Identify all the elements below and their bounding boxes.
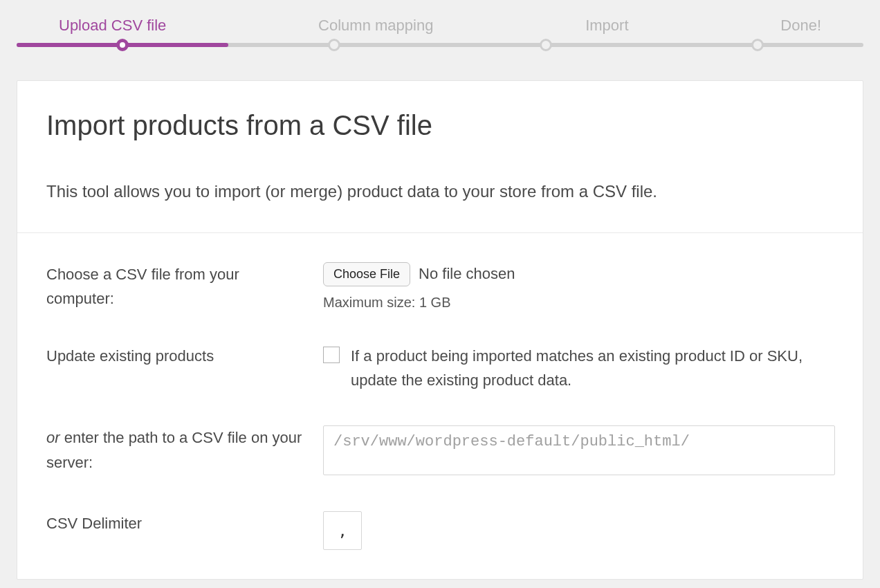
path-label-col: or enter the path to a CSV file on your … [46,425,323,478]
step-done[interactable]: Done! [780,17,821,35]
update-label-col: Update existing products [46,344,323,392]
choose-file-button[interactable]: Choose File [323,262,410,286]
step-import[interactable]: Import [585,17,628,35]
progress-dot-import [540,39,552,51]
step-label: Column mapping [318,17,433,34]
update-row: Update existing products If a product be… [46,344,834,392]
step-label: Import [585,17,628,34]
page: Upload CSV file Column mapping Import Do… [0,0,880,580]
card-header: Import products from a CSV file This too… [17,81,863,233]
step-column-mapping[interactable]: Column mapping [318,17,433,35]
update-checkbox[interactable] [323,347,340,363]
progress-dot-upload [116,39,129,51]
file-chooser: Choose File No file chosen [323,262,834,286]
delimiter-row: CSV Delimiter [46,511,834,550]
progress-dot-column-mapping [328,39,340,51]
file-control-col: Choose File No file chosen Maximum size:… [323,262,834,311]
delimiter-control-col [323,511,834,550]
path-row: or enter the path to a CSV file on your … [46,425,834,478]
path-label-rest: enter the path to a CSV file on your ser… [46,429,302,470]
update-control-col: If a product being imported matches an e… [323,344,834,392]
step-labels-row: Upload CSV file Column mapping Import Do… [59,17,821,35]
step-label: Done! [780,17,821,34]
path-label: or enter the path to a CSV file on your … [46,425,306,474]
page-subtitle: This tool allows you to import (or merge… [46,180,834,203]
step-label: Upload CSV file [59,17,166,34]
import-card: Import products from a CSV file This too… [17,80,863,580]
max-size-hint: Maximum size: 1 GB [323,295,834,311]
file-row: Choose a CSV file from your computer: Ch… [46,262,834,311]
page-title: Import products from a CSV file [46,110,834,141]
step-upload[interactable]: Upload CSV file [59,17,166,35]
card-body: Choose a CSV file from your computer: Ch… [17,233,863,580]
file-status: No file chosen [419,265,515,283]
file-label-col: Choose a CSV file from your computer: [46,262,323,311]
update-checkbox-row: If a product being imported matches an e… [323,344,834,392]
update-description: If a product being imported matches an e… [351,344,834,392]
delimiter-label: CSV Delimiter [46,511,306,535]
progress-track [17,43,863,47]
delimiter-input[interactable] [323,511,362,550]
update-label: Update existing products [46,344,306,368]
progress-stepper: Upload CSV file Column mapping Import Do… [0,0,880,53]
path-control-col [323,425,835,478]
server-path-input[interactable] [323,425,835,475]
file-label: Choose a CSV file from your computer: [46,262,306,311]
delimiter-label-col: CSV Delimiter [46,511,323,550]
progress-dot-done [751,39,764,51]
path-label-prefix: or [46,429,60,446]
